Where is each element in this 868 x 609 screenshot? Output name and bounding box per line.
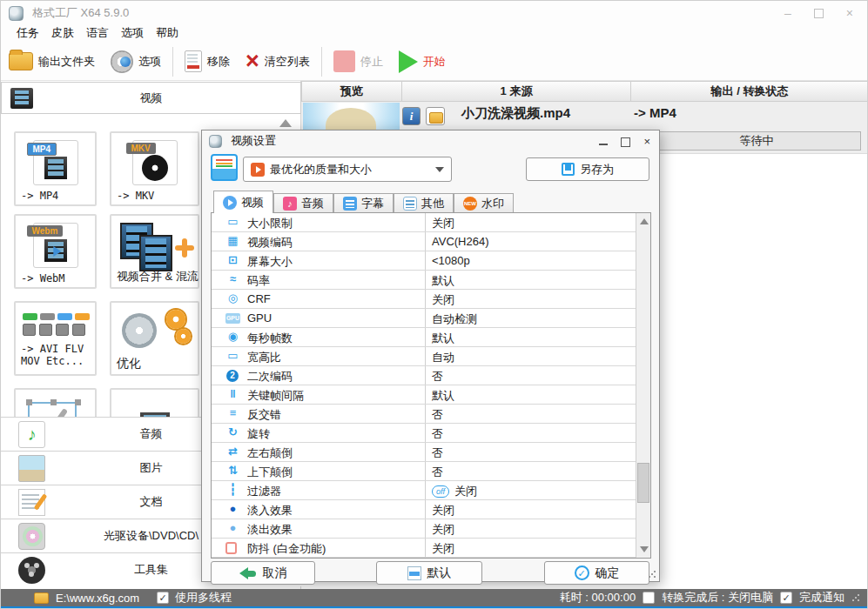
profile-icon [251, 163, 265, 177]
setting-row-aspect[interactable]: ▭宽高比自动 [212, 347, 650, 366]
setting-row-waves[interactable]: ≈码率默认 [212, 271, 650, 290]
column-divider [425, 232, 426, 251]
setting-label: 上下颠倒 [247, 465, 293, 480]
toolbar-separator [172, 47, 173, 77]
fadeout-icon: ● [225, 521, 240, 534]
setting-value-text: 自动 [432, 350, 454, 365]
output-path[interactable]: E:\www.x6g.com [56, 592, 139, 605]
setting-row-flipv[interactable]: ⇅上下颠倒否 [212, 462, 650, 481]
minimize-button[interactable]: – [784, 6, 791, 20]
keyframe-icon: ‖ [225, 387, 240, 400]
setting-value-text: 否 [432, 369, 443, 385]
shutdown-checkbox[interactable] [643, 592, 655, 604]
ok-button[interactable]: ✓ 确定 [544, 561, 649, 585]
clear-list-button[interactable]: × 清空列表 [238, 44, 318, 79]
setting-row-chip[interactable]: ▦视频编码AVC(H264) [212, 232, 650, 251]
setting-value: 自动检测 [432, 311, 477, 327]
dialog-title-bar[interactable]: 视频设置 × [202, 130, 659, 151]
setting-value: 默认 [432, 273, 454, 289]
setting-row-monitor[interactable]: ⊡屏幕大小<1080p [212, 251, 650, 271]
default-button[interactable]: 默认 [376, 561, 482, 585]
scrollbar-thumb[interactable] [637, 463, 649, 503]
card-video-merge[interactable]: 视频合并 & 混流 [110, 214, 199, 289]
column-output-status[interactable]: 输出 / 转换状态 [631, 82, 868, 101]
setting-value-text: 关闭 [432, 216, 454, 231]
disc-icon [142, 155, 168, 181]
setting-row-ruler[interactable]: ▭大小限制关闭 [212, 213, 650, 232]
tab-subtitle[interactable]: 字幕 [333, 193, 394, 213]
setting-row-deinterlace[interactable]: ≡反交错否 [212, 405, 650, 424]
setting-row-two[interactable]: 2二次编码否 [212, 366, 650, 385]
remove-label: 移除 [207, 54, 230, 70]
setting-value-text: 否 [432, 465, 443, 480]
setting-row-filter[interactable]: ┇过滤器off关闭 [212, 481, 650, 500]
setting-row-fliph[interactable]: ⇄左右颠倒否 [212, 443, 650, 462]
menu-item-1[interactable]: 皮肤 [51, 25, 74, 43]
app-icon [9, 6, 24, 21]
setting-value-text: 默认 [432, 388, 454, 404]
card-partial-screen[interactable] [110, 388, 199, 417]
window-resize-grip[interactable] [851, 593, 860, 602]
menu-item-2[interactable]: 语言 [86, 25, 109, 43]
list-scrollbar[interactable] [636, 213, 650, 558]
options-button[interactable]: 选项 [103, 44, 169, 79]
column-preview[interactable]: 预览 [302, 82, 402, 101]
tab-watermark[interactable]: NEW水印 [454, 193, 514, 213]
toolbar: 输出文件夹 选项 移除 × 清空列表 停止 开始 [1, 43, 868, 81]
setting-value-text: 关闭 [432, 541, 454, 557]
remove-button[interactable]: 移除 [177, 44, 238, 79]
mkv-file-icon: MKV [132, 140, 178, 185]
card-to-mp4[interactable]: MP4 -> MP4 [14, 131, 97, 206]
setting-row-rotate[interactable]: ↻旋转否 [212, 424, 650, 443]
profile-dropdown[interactable]: 最优化的质量和大小 [243, 157, 452, 182]
output-folder-button[interactable]: 输出文件夹 [1, 44, 103, 79]
maximize-button[interactable] [814, 9, 824, 18]
card-partial-crop[interactable] [14, 388, 97, 417]
tab-video[interactable]: 视频 [213, 191, 273, 213]
setting-label: 大小限制 [247, 216, 293, 231]
setting-label: CRF [247, 292, 271, 305]
close-button[interactable]: × [846, 6, 853, 20]
setting-row-fadeout[interactable]: ●淡出效果关闭 [212, 519, 650, 539]
play-icon [53, 246, 61, 257]
tab-audio[interactable]: ♪音频 [273, 193, 333, 213]
shutdown-label: 转换完成后 : 关闭电脑 [662, 590, 773, 606]
scroll-down-arrow[interactable] [640, 546, 649, 552]
webm-file-icon: Webm [33, 223, 78, 268]
setting-row-gpu[interactable]: GPUGPU自动检测 [212, 309, 650, 328]
card-to-mkv[interactable]: MKV -> MKV [110, 131, 199, 206]
menu-item-0[interactable]: 任务 [17, 25, 39, 43]
dialog-minimize-button[interactable] [599, 144, 608, 145]
setting-value-text: 关闭 [454, 484, 477, 499]
notify-checkbox[interactable]: ✓ [780, 592, 792, 604]
dialog-maximize-button[interactable] [621, 137, 630, 147]
cancel-button[interactable]: 取消 [211, 561, 315, 585]
menu-item-3[interactable]: 选项 [121, 25, 144, 43]
setting-row-keyframe[interactable]: ‖关键帧间隔默认 [212, 385, 650, 405]
card-optimize[interactable]: 优化 [110, 301, 199, 376]
setting-row-fadein[interactable]: ●淡入效果关闭 [212, 500, 650, 519]
setting-label: 二次编码 [247, 369, 293, 385]
setting-value: 否 [432, 426, 443, 442]
card-to-avi-flv-mov[interactable]: -> AVI FLV MOV Etc... [14, 301, 97, 376]
off-badge: off [432, 485, 449, 498]
column-source[interactable]: 1 来源 [402, 82, 631, 101]
stop-button[interactable]: 停止 [326, 44, 391, 79]
setting-row-speedometer[interactable]: ◉每秒帧数默认 [212, 328, 650, 347]
multithread-checkbox[interactable]: ✓ [157, 592, 169, 604]
start-button[interactable]: 开始 [391, 44, 454, 79]
tab-other[interactable]: 其他 [394, 193, 454, 213]
dialog-close-button[interactable]: × [643, 135, 650, 148]
menu-item-4[interactable]: 帮助 [156, 25, 178, 43]
setting-value: off关闭 [432, 484, 477, 499]
scroll-up-arrow[interactable] [640, 218, 649, 224]
save-as-button[interactable]: 另存为 [526, 157, 649, 181]
card-to-webm[interactable]: Webm -> WebM [14, 214, 97, 289]
column-divider [425, 424, 426, 442]
setting-value: 关闭 [432, 522, 454, 538]
setting-row-stab[interactable]: 防抖 (白金功能)关闭 [212, 539, 650, 558]
setting-row-gear[interactable]: ◎CRF关闭 [212, 290, 650, 309]
resize-grip[interactable] [648, 570, 656, 579]
video-category-header[interactable]: 视频 [1, 82, 301, 114]
card-label: -> MP4 [21, 190, 58, 202]
